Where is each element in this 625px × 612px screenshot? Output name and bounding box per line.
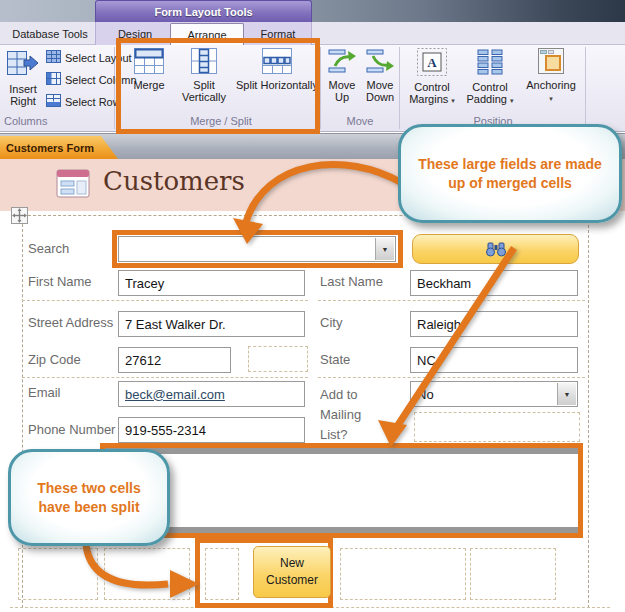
empty-cell[interactable]	[340, 548, 466, 600]
first-name-label: First Name	[28, 274, 92, 289]
move-down-icon	[362, 48, 398, 77]
group-separator	[399, 47, 400, 129]
document-tab-customers-form[interactable]: Customers Form	[0, 136, 118, 159]
svg-text:A: A	[427, 55, 437, 70]
select-row-button[interactable]: Select Row	[46, 94, 121, 109]
search-label: Search	[28, 241, 69, 256]
street-address-label: Street Address	[28, 315, 113, 330]
grid-dotted-line	[318, 300, 585, 301]
city-label: City	[320, 315, 342, 330]
grid-dotted-line	[22, 300, 308, 301]
grid-dotted-line	[22, 377, 308, 378]
control-padding-button[interactable]: Control Padding ▾	[462, 48, 518, 106]
email-label: Email	[28, 385, 61, 400]
access-window: Form Layout Tools Database Tools Design …	[0, 0, 625, 612]
notes-text-cell[interactable]	[105, 448, 578, 533]
dropdown-caret-icon: ▾	[451, 97, 455, 104]
split-cells-callout: These two cells have been split	[8, 449, 170, 546]
last-name-field[interactable]	[410, 270, 578, 296]
select-column-icon	[46, 72, 61, 87]
split-cell-highlight-box	[100, 443, 583, 538]
state-field[interactable]	[410, 347, 578, 373]
phone-number-label: Phone Number	[28, 422, 115, 437]
phone-number-field[interactable]	[118, 417, 305, 443]
merged-cells-callout: These large fields are made up of merged…	[398, 124, 622, 223]
email-field[interactable]: beck@email.com	[118, 381, 305, 407]
dropdown-arrow-icon: ▼	[564, 391, 571, 398]
select-row-icon	[46, 94, 61, 109]
binoculars-icon	[485, 242, 507, 257]
move-up-button[interactable]: Move Up	[324, 48, 360, 104]
form-title: Customers	[103, 166, 245, 196]
city-field[interactable]	[410, 311, 578, 337]
grid-dotted-line	[318, 377, 585, 378]
empty-cell[interactable]	[104, 548, 190, 600]
group-separator	[585, 47, 586, 129]
select-layout-icon	[46, 50, 61, 65]
merge-split-highlight-box	[116, 38, 320, 134]
contextual-tab-header: Form Layout Tools	[95, 0, 312, 22]
empty-cell[interactable]	[414, 412, 580, 442]
mailing-dropdown-button[interactable]: ▼	[557, 383, 576, 405]
move-down-button[interactable]: Move Down	[362, 48, 398, 104]
dropdown-caret-icon: ▾	[549, 95, 553, 102]
empty-cell[interactable]	[18, 548, 98, 600]
empty-cell[interactable]	[470, 548, 556, 600]
control-padding-icon	[462, 48, 518, 79]
empty-cell[interactable]	[248, 346, 308, 372]
street-address-field[interactable]	[118, 311, 305, 337]
group-separator	[320, 47, 321, 129]
insert-right-button[interactable]: Insert Right	[2, 48, 44, 108]
form-icon	[56, 169, 90, 203]
move-group-label: Move	[322, 115, 398, 127]
last-name-label: Last Name	[320, 274, 383, 289]
title-bar	[0, 0, 625, 22]
find-button[interactable]	[412, 234, 579, 264]
empty-cell[interactable]	[205, 548, 239, 600]
first-name-field[interactable]	[118, 270, 305, 296]
mailing-list-label: Add to Mailing List?	[320, 385, 392, 445]
move-up-icon	[324, 48, 360, 77]
mailing-list-combobox[interactable]: No ▼	[410, 381, 578, 407]
zip-code-label: Zip Code	[28, 352, 81, 367]
dropdown-caret-icon: ▾	[510, 97, 514, 104]
move-cross-icon	[12, 208, 27, 223]
email-link[interactable]: beck@email.com	[125, 387, 225, 402]
insert-right-icon	[2, 48, 44, 81]
anchoring-icon	[522, 48, 580, 77]
tab-database-tools[interactable]: Database Tools	[4, 23, 96, 45]
layout-move-handle[interactable]	[11, 207, 28, 224]
control-margins-icon: A	[404, 48, 460, 79]
search-field-highlight-box	[112, 230, 403, 268]
control-margins-button[interactable]: A Control Margins ▾	[404, 48, 460, 106]
new-customer-button[interactable]: New Customer	[253, 546, 331, 598]
layout-boundary-right	[588, 215, 589, 608]
state-label: State	[320, 352, 350, 367]
columns-group-label: Columns	[2, 115, 62, 127]
zip-code-field[interactable]	[118, 347, 231, 373]
anchoring-button[interactable]: Anchoring ▾	[522, 48, 580, 104]
